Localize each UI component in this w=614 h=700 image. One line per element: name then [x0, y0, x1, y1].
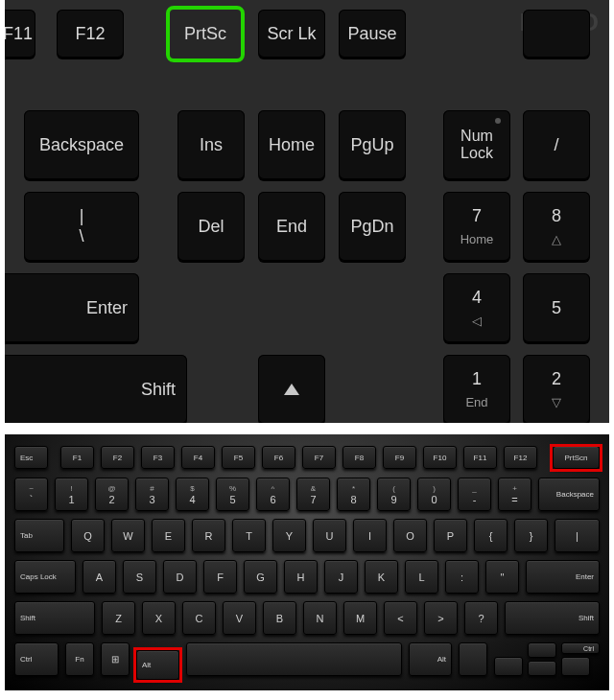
lkey-f3[interactable]: F3: [141, 446, 175, 469]
key-arrow-up[interactable]: [258, 355, 325, 423]
lkey-n[interactable]: N: [303, 601, 337, 635]
lkey-7[interactable]: &7: [296, 478, 330, 511]
key-numpad-slash[interactable]: /: [523, 110, 590, 179]
lkey-prtscn[interactable]: PrtScn: [553, 446, 600, 469]
key-numlock[interactable]: Num Lock: [443, 110, 510, 179]
key-scrlk[interactable]: Scr Lk: [258, 10, 325, 58]
key-numpad-1[interactable]: 1End: [443, 355, 510, 423]
lkey-shift-r[interactable]: Shift: [505, 601, 600, 635]
lkey-4[interactable]: $4: [176, 478, 209, 511]
lkey-slash[interactable]: ?: [464, 601, 498, 635]
lkey-9[interactable]: (9: [377, 478, 411, 511]
lkey-8[interactable]: *8: [337, 478, 370, 511]
lkey-b[interactable]: B: [263, 601, 296, 635]
lkey-arrow-right[interactable]: [561, 657, 590, 676]
lkey-f1[interactable]: F1: [60, 446, 94, 469]
lkey-t[interactable]: T: [232, 519, 266, 552]
lkey-l[interactable]: L: [405, 560, 438, 594]
key-blank-top-right[interactable]: [523, 10, 590, 58]
lkey-comma[interactable]: <: [384, 601, 417, 635]
lkey-arrow-down[interactable]: [528, 661, 556, 676]
lkey-f6[interactable]: F6: [262, 446, 295, 469]
lkey-v[interactable]: V: [223, 601, 256, 635]
lkey-f5[interactable]: F5: [222, 446, 255, 469]
lkey-6[interactable]: ^6: [256, 478, 290, 511]
lkey-f2[interactable]: F2: [101, 446, 134, 469]
lkey-y[interactable]: Y: [272, 519, 306, 552]
lkey-enter[interactable]: Enter: [526, 560, 600, 594]
lkey-shift-l[interactable]: Shift: [14, 601, 95, 635]
lkey-r[interactable]: R: [192, 519, 225, 552]
key-backspace[interactable]: Backspace: [24, 110, 139, 179]
key-end[interactable]: End: [258, 192, 325, 261]
key-del[interactable]: Del: [177, 192, 245, 261]
lkey-backspace[interactable]: Backspace: [538, 478, 600, 511]
lkey-backslash[interactable]: |: [555, 519, 600, 552]
lkey-d[interactable]: D: [163, 560, 197, 594]
lkey-3[interactable]: #3: [135, 478, 169, 511]
lkey-i[interactable]: I: [353, 519, 387, 552]
lkey-f9[interactable]: F9: [383, 446, 416, 469]
lkey-f11[interactable]: F11: [463, 446, 497, 469]
lkey-f12[interactable]: F12: [504, 446, 537, 469]
key-f12[interactable]: F12: [57, 10, 124, 58]
key-shift[interactable]: Shift: [5, 355, 187, 423]
lkey-1[interactable]: !1: [55, 478, 88, 511]
lkey-k[interactable]: K: [365, 560, 398, 594]
lkey-esc[interactable]: Esc: [14, 446, 48, 469]
key-pause[interactable]: Pause: [339, 10, 406, 58]
lkey-j[interactable]: J: [324, 560, 358, 594]
lkey-arrow-left[interactable]: [494, 657, 523, 676]
lkey-equals[interactable]: +=: [498, 478, 531, 511]
lkey-g[interactable]: G: [244, 560, 277, 594]
lkey-f[interactable]: F: [203, 560, 237, 594]
lkey-0[interactable]: )0: [417, 478, 451, 511]
key-pgdn[interactable]: PgDn: [339, 192, 406, 261]
lkey-f7[interactable]: F7: [302, 446, 336, 469]
lkey-tab[interactable]: Tab: [14, 519, 64, 552]
lkey-5[interactable]: %5: [216, 478, 249, 511]
lkey-space[interactable]: [186, 642, 402, 676]
lkey-e[interactable]: E: [152, 519, 185, 552]
key-home[interactable]: Home: [258, 110, 325, 179]
lkey-q[interactable]: Q: [71, 519, 105, 552]
key-numpad-2[interactable]: 2▽: [523, 355, 590, 423]
key-numpad-8[interactable]: 8△: [523, 192, 590, 261]
lkey-h[interactable]: H: [284, 560, 318, 594]
lkey-alt-l[interactable]: Alt: [136, 650, 179, 680]
lkey-m[interactable]: M: [343, 601, 377, 635]
lkey-f8[interactable]: F8: [342, 446, 376, 469]
lkey-arrow-up[interactable]: [528, 642, 556, 658]
key-f11[interactable]: F11: [5, 10, 35, 58]
lkey-p[interactable]: P: [434, 519, 467, 552]
lkey-period[interactable]: >: [424, 601, 458, 635]
lkey-f10[interactable]: F10: [423, 446, 457, 469]
lkey-bracket-l[interactable]: {: [474, 519, 508, 552]
lkey-win[interactable]: ⊞: [101, 642, 130, 676]
lkey-minus[interactable]: _-: [458, 478, 491, 511]
key-pgup[interactable]: PgUp: [339, 110, 406, 179]
lkey-w[interactable]: W: [111, 519, 145, 552]
key-prtsc[interactable]: PrtSc: [168, 8, 243, 60]
lkey-z[interactable]: Z: [102, 601, 135, 635]
lkey-2[interactable]: @2: [95, 478, 129, 511]
key-numpad-5[interactable]: 5: [523, 273, 590, 342]
key-numpad-7[interactable]: 7Home: [443, 192, 510, 261]
lkey-fn[interactable]: Fn: [65, 642, 94, 676]
lkey-c[interactable]: C: [182, 601, 216, 635]
lkey-x[interactable]: X: [142, 601, 176, 635]
lkey-bracket-r[interactable]: }: [514, 519, 548, 552]
lkey-semicolon[interactable]: :: [445, 560, 479, 594]
lkey-f4[interactable]: F4: [181, 446, 215, 469]
lkey-ctrl-r[interactable]: Ctrl: [561, 642, 600, 654]
lkey-capslock[interactable]: Caps Lock: [14, 560, 76, 594]
lkey-a[interactable]: A: [83, 560, 116, 594]
key-ins[interactable]: Ins: [177, 110, 245, 179]
lkey-s[interactable]: S: [123, 560, 156, 594]
lkey-ctrl-l[interactable]: Ctrl: [14, 642, 59, 676]
lkey-o[interactable]: O: [393, 519, 427, 552]
key-numpad-4[interactable]: 4◁: [443, 273, 510, 342]
lkey-u[interactable]: U: [313, 519, 346, 552]
lkey-quote[interactable]: ": [485, 560, 519, 594]
key-enter[interactable]: Enter: [5, 273, 139, 342]
